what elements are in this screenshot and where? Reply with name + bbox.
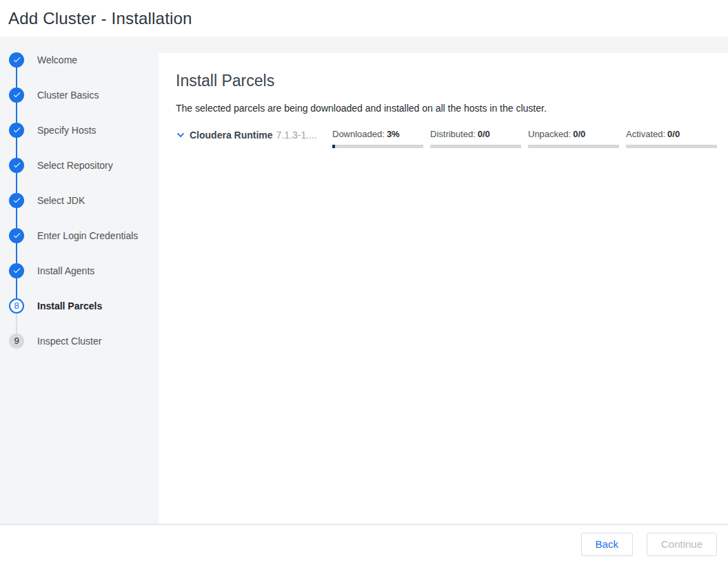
step-done-circle <box>9 52 24 68</box>
parcel-name-cell: Cloudera Runtime 7.1.3-1.... <box>176 129 332 141</box>
stage-activated: Activated:0/0 <box>626 129 724 148</box>
check-icon <box>12 266 21 275</box>
stage-label: Unpacked: <box>528 129 571 139</box>
check-icon <box>12 55 21 64</box>
sidebar-step-welcome: Welcome <box>0 42 159 77</box>
check-icon <box>12 90 21 99</box>
step-number-circle: 8 <box>9 298 24 314</box>
step-label: Cluster Basics <box>37 90 99 101</box>
parcel-version: 7.1.3-1.... <box>276 130 317 141</box>
sidebar-step-install-agents: Install Agents <box>0 253 159 288</box>
step-label: Inspect Cluster <box>37 336 101 347</box>
parcel-row: Cloudera Runtime 7.1.3-1.... Downloaded:… <box>176 129 717 148</box>
section-title: Install Parcels <box>176 72 717 90</box>
step-number-circle: 9 <box>9 334 24 349</box>
content-area: Welcome Cluster Basics Specify Hosts Sel… <box>0 37 728 524</box>
stage-label: Downloaded: <box>332 129 385 139</box>
stage-unpacked: Unpacked:0/0 <box>528 129 626 148</box>
stage-distributed: Distributed:0/0 <box>430 129 528 148</box>
parcel-name: Cloudera Runtime <box>190 130 273 141</box>
step-label: Install Parcels <box>37 300 102 311</box>
progress-bar <box>430 145 521 148</box>
sidebar-step-select-jdk: Select JDK <box>0 183 159 218</box>
stage-value: 0/0 <box>478 129 490 139</box>
step-number: 9 <box>14 336 19 346</box>
progress-bar-fill <box>332 145 335 148</box>
main-panel: Install Parcels The selected parcels are… <box>159 53 728 524</box>
stage-label: Activated: <box>626 129 665 139</box>
check-icon <box>12 125 21 134</box>
progress-bar <box>528 145 619 148</box>
stage-label-line: Unpacked:0/0 <box>528 129 626 139</box>
step-done-circle <box>9 158 24 173</box>
stage-label-line: Downloaded:3% <box>332 129 430 139</box>
continue-button[interactable]: Continue <box>647 533 717 556</box>
step-done-circle <box>9 263 24 278</box>
stage-value: 0/0 <box>573 129 585 139</box>
section-description: The selected parcels are being downloade… <box>176 103 717 114</box>
add-cluster-wizard: Add Cluster - Installation Welcome Clust… <box>0 0 728 563</box>
page-title: Add Cluster - Installation <box>8 9 192 28</box>
chevron-down-icon[interactable] <box>176 130 185 140</box>
stage-value: 0/0 <box>667 129 680 139</box>
progress-bar <box>626 145 717 148</box>
stage-label: Distributed: <box>430 129 476 139</box>
sidebar-step-specify-hosts: Specify Hosts <box>0 112 159 147</box>
check-icon <box>12 196 21 205</box>
check-icon <box>12 161 21 170</box>
sidebar-step-enter-login-credentials: Enter Login Credentials <box>0 218 159 253</box>
stage-label-line: Distributed:0/0 <box>430 129 528 139</box>
stage-downloaded: Downloaded:3% <box>332 129 430 148</box>
step-done-circle <box>9 88 24 103</box>
step-label: Select Repository <box>37 160 113 171</box>
step-number: 8 <box>14 300 19 311</box>
step-label: Specify Hosts <box>37 125 97 136</box>
wizard-steps-sidebar: Welcome Cluster Basics Specify Hosts Sel… <box>0 37 159 524</box>
step-done-circle <box>9 193 24 208</box>
sidebar-step-install-parcels: 8 Install Parcels <box>0 288 159 323</box>
step-done-circle <box>9 123 24 138</box>
back-button[interactable]: Back <box>581 533 633 556</box>
step-label: Welcome <box>37 54 77 65</box>
page-header: Add Cluster - Installation <box>0 0 728 37</box>
sidebar-step-select-repository: Select Repository <box>0 147 159 183</box>
sidebar-step-cluster-basics: Cluster Basics <box>0 77 159 112</box>
step-label: Enter Login Credentials <box>37 230 138 241</box>
progress-bar <box>332 145 423 148</box>
step-label: Install Agents <box>37 265 94 276</box>
stage-label-line: Activated:0/0 <box>626 129 724 139</box>
stage-value: 3% <box>387 129 400 139</box>
check-icon <box>12 231 21 240</box>
step-done-circle <box>9 228 24 243</box>
sidebar-step-inspect-cluster: 9 Inspect Cluster <box>0 323 159 358</box>
wizard-footer: Back Continue <box>0 524 728 563</box>
step-label: Select JDK <box>37 195 85 206</box>
